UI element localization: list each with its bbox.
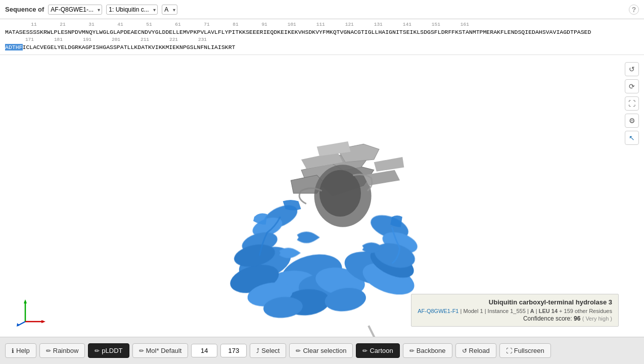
chain-label-dropdown-wrap[interactable]: 1: Ubiquitin c... <box>106 5 158 15</box>
reset-view-button[interactable]: ↺ <box>625 62 639 76</box>
chain-id-dropdown[interactable]: A <box>162 5 177 15</box>
clear-icon: ✏ <box>296 347 301 354</box>
backbone-button[interactable]: ✏ Backbone <box>403 343 452 358</box>
end-residue-input[interactable] <box>220 344 247 357</box>
svg-marker-29 <box>17 323 20 327</box>
backbone-icon: ✏ <box>409 347 415 354</box>
settings-button[interactable]: ⚙ <box>625 114 639 128</box>
info-icon: ℹ <box>12 347 14 354</box>
side-controls: ↺ ⟳ ⛶ ⚙ ↖ <box>625 62 639 145</box>
protein-id-dropdown-wrap[interactable]: AF-Q8GWE1-... <box>48 5 102 15</box>
confidence-info: Confidence score: 96 ( Very high ) <box>418 315 612 322</box>
info-overlay: Ubiquitin carboxyl-terminal hydrolase 3 … <box>411 294 619 327</box>
sequence-bar: Sequence of AF-Q8GWE1-... 1: Ubiquitin c… <box>0 0 644 19</box>
accession-link[interactable]: AF-Q8GWE1-F1 <box>418 308 458 314</box>
bottom-toolbar: ℹ Help ✏ Rainbow ✏ pLDDT ✏ Mol* Default … <box>0 337 644 364</box>
axes-indicator <box>15 296 45 327</box>
help-icon[interactable]: ? <box>629 5 639 15</box>
svg-marker-27 <box>41 320 45 323</box>
fullscreen-icon: ⛶ <box>506 347 512 354</box>
rainbow-button[interactable]: ✏ Rainbow <box>39 343 85 358</box>
residue-label: LEU 14 <box>539 308 558 314</box>
help-button[interactable]: ℹ Help <box>5 343 36 358</box>
model-detail: AF-Q8GWE1-F1 | Model 1 | Instance 1_555 … <box>418 308 612 314</box>
select-icon: ⤴ <box>256 347 259 354</box>
spin-button[interactable]: ⟳ <box>625 79 639 93</box>
seq-numbers-line1: 11 21 31 41 51 61 71 81 91 101 111 121 1… <box>5 21 639 28</box>
clear-selection-button[interactable]: ✏ Clear selection <box>289 343 353 358</box>
chain-label-dropdown[interactable]: 1: Ubiquitin c... <box>106 5 158 15</box>
confidence-label: Confidence score: <box>523 315 572 322</box>
expand-button[interactable]: ⛶ <box>625 96 639 111</box>
seq-residues-line2: ADTHFICLACVEGELYELDGRKAGPISHGASSPATLLKDA… <box>5 43 639 51</box>
protein-id-dropdown[interactable]: AF-Q8GWE1-... <box>48 5 102 15</box>
model-label: Model 1 <box>463 308 483 314</box>
cartoon-button[interactable]: ✏ Cartoon <box>356 343 399 358</box>
protein-title: Ubiquitin carboxyl-terminal hydrolase 3 <box>418 298 612 306</box>
confidence-value: 96 <box>574 315 580 322</box>
viewer-area[interactable]: ↺ ⟳ ⛶ ⚙ ↖ Ubiquitin carboxyl-terminal hy… <box>0 55 644 337</box>
seq-highlight: ADTHF <box>5 44 23 50</box>
select-button[interactable]: ⤴ Select <box>250 343 286 358</box>
reload-button[interactable]: ↺ Reload <box>455 343 496 358</box>
instance-label: Instance 1_555 <box>488 308 526 314</box>
confidence-level: ( Very high ) <box>582 316 612 322</box>
svg-marker-25 <box>24 299 27 303</box>
sequence-viewer: 11 21 31 41 51 61 71 81 91 101 111 121 1… <box>0 19 644 55</box>
sequence-label: Sequence of <box>5 6 44 13</box>
svg-point-3 <box>319 170 361 217</box>
chain-label: A <box>530 308 534 314</box>
start-residue-input[interactable] <box>191 344 217 357</box>
fullscreen-button[interactable]: ⛶ Fullscreen <box>499 343 551 358</box>
rainbow-icon: ✏ <box>46 347 51 354</box>
plddt-button[interactable]: ✏ pLDDT <box>88 343 129 358</box>
mol-icon: ✏ <box>139 347 144 354</box>
reload-icon: ↺ <box>462 347 467 354</box>
seq-residues-line1: MATASESSSSKRWLPLESNPDVMNQYLWGLGLAPDEAECN… <box>5 28 639 36</box>
plddt-icon: ✏ <box>95 347 100 354</box>
select-mode-button[interactable]: ↖ <box>625 131 639 145</box>
mol-default-button[interactable]: ✏ Mol* Default <box>132 343 189 358</box>
chain-id-dropdown-wrap[interactable]: A <box>162 5 177 15</box>
seq-numbers-line2: 171 181 191 201 211 221 231 <box>5 36 639 43</box>
cartoon-icon: ✏ <box>362 347 367 354</box>
other-residues-label: + 159 other Residues <box>559 308 612 314</box>
